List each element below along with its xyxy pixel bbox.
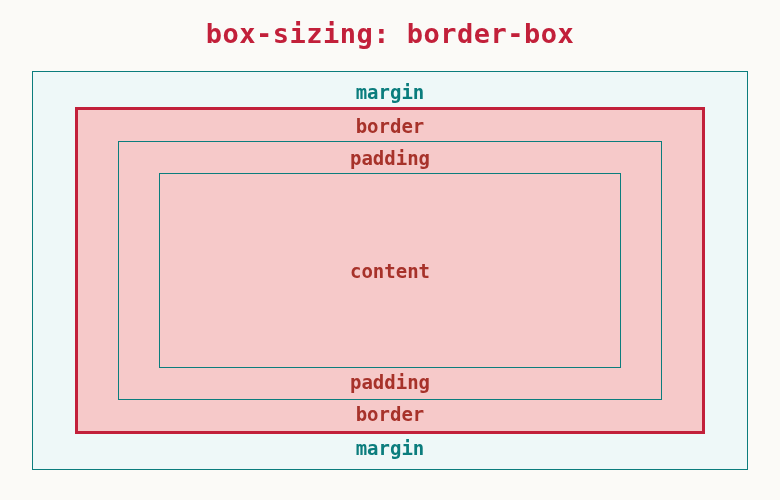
- margin-box: margin border padding content padding bo…: [32, 71, 748, 470]
- content-label: content: [350, 260, 430, 282]
- border-label-top: border: [118, 116, 662, 137]
- border-label-bottom: border: [118, 404, 662, 425]
- diagram-title: box-sizing: border-box: [32, 18, 748, 49]
- padding-label-top: padding: [159, 148, 621, 169]
- padding-label-bottom: padding: [159, 372, 621, 393]
- diagram-container: box-sizing: border-box margin border pad…: [0, 0, 780, 500]
- content-box: content: [159, 173, 621, 369]
- margin-label-top: margin: [75, 82, 705, 103]
- padding-box: padding content padding: [118, 141, 662, 400]
- border-box: border padding content padding border: [75, 107, 705, 434]
- margin-label-bottom: margin: [75, 438, 705, 459]
